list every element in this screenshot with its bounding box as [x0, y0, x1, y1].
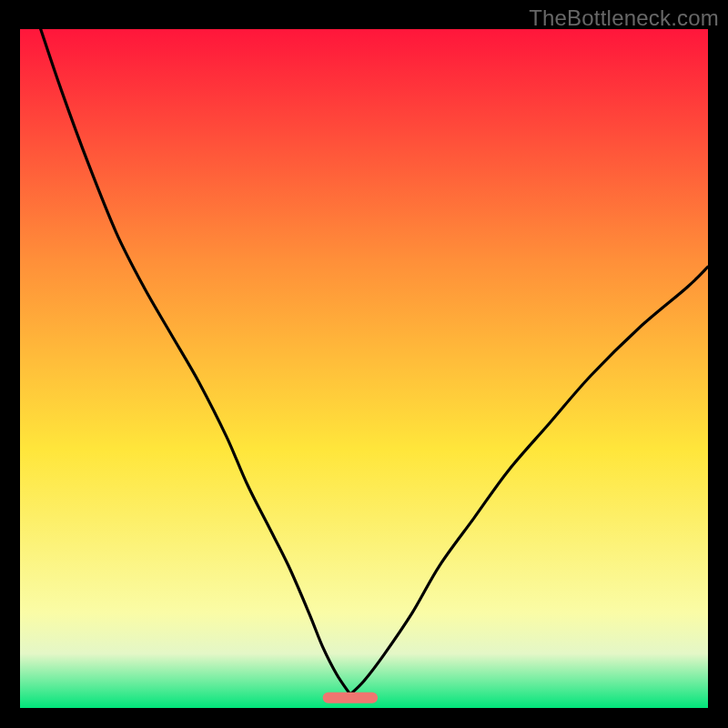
chart-background [20, 29, 708, 708]
bottleneck-chart [20, 29, 708, 708]
watermark-text: TheBottleneck.com [529, 5, 719, 31]
chart-frame: TheBottleneck.com [0, 0, 728, 728]
optimal-marker [323, 693, 378, 703]
